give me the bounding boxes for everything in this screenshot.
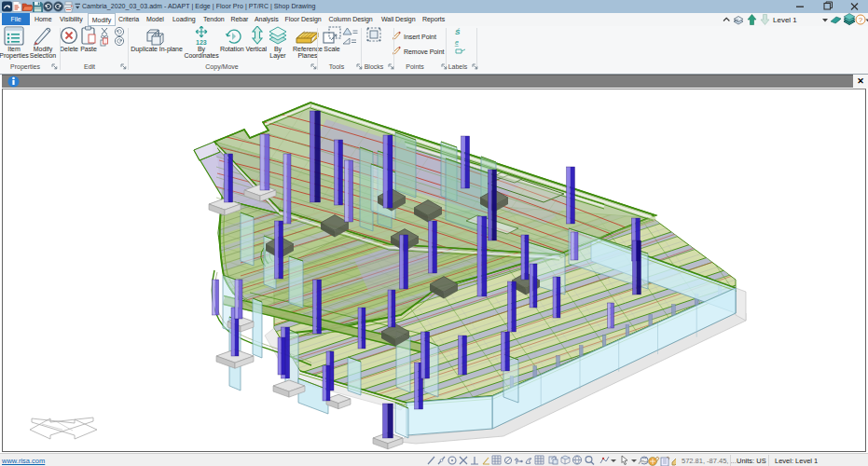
- svg-text:Level 1: Level 1: [773, 16, 797, 24]
- svg-text:?: ?: [859, 16, 863, 24]
